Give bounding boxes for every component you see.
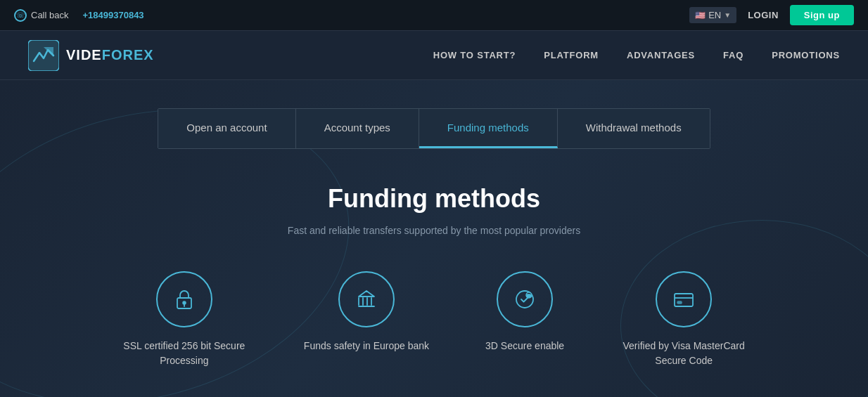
section-title: Funding methods — [14, 184, 854, 214]
svg-rect-0 — [28, 40, 59, 71]
lang-label: EN — [708, 10, 721, 20]
nav-links: HOW TO START? PLATFORM ADVANTAGES FAQ PR… — [433, 50, 840, 60]
logo-icon — [28, 40, 59, 71]
nav-platform[interactable]: PLATFORM — [544, 50, 599, 60]
svg-rect-15 — [675, 294, 693, 306]
nav-how-to-start[interactable]: HOW TO START? — [433, 50, 516, 60]
phone-icon: ☏ — [14, 9, 27, 22]
feature-ssl: SSL certified 256 bit Secure Processing — [121, 271, 248, 368]
bank-icon — [354, 287, 379, 312]
content-area: Funding methods Fast and reliable transf… — [0, 149, 868, 396]
signup-button[interactable]: Sign up — [790, 5, 854, 25]
shield-icon-circle: 3D — [497, 271, 553, 327]
tab-withdrawal-methods[interactable]: Withdrawal methods — [558, 109, 710, 148]
tab-account-types[interactable]: Account types — [296, 109, 419, 148]
top-bar-left: ☏ Call back +18499370843 — [14, 9, 144, 22]
call-back-button[interactable]: ☏ Call back — [14, 9, 68, 22]
nav-faq[interactable]: FAQ — [723, 50, 743, 60]
lock-icon — [172, 287, 197, 312]
tabs: Open an account Account types Funding me… — [158, 108, 710, 149]
tab-open-account[interactable]: Open an account — [158, 109, 295, 148]
section-subtitle: Fast and reliable transfers supported by… — [14, 225, 854, 236]
top-bar: ☏ Call back +18499370843 🇺🇸 EN ▼ LOGIN S… — [0, 0, 868, 31]
phone-number[interactable]: +18499370843 — [82, 10, 143, 20]
logo-forex: FOREX — [102, 47, 154, 63]
funds-safety-label: Funds safety in Europe bank — [304, 339, 429, 353]
credit-card-icon — [671, 287, 696, 312]
flag-icon: 🇺🇸 — [695, 11, 706, 20]
top-bar-right: 🇺🇸 EN ▼ LOGIN Sign up — [689, 5, 854, 25]
language-selector[interactable]: 🇺🇸 EN ▼ — [689, 7, 736, 23]
features-list: SSL certified 256 bit Secure Processing … — [14, 271, 854, 368]
call-back-label: Call back — [31, 10, 68, 20]
ssl-label: SSL certified 256 bit Secure Processing — [121, 339, 248, 368]
svg-marker-11 — [359, 291, 374, 297]
3d-secure-label: 3D Secure enable — [485, 339, 564, 353]
nav-promotions[interactable]: PROMOTIONS — [772, 50, 840, 60]
card-icon-circle — [656, 271, 712, 327]
tabs-container: Open an account Account types Funding me… — [0, 80, 868, 149]
chevron-down-icon: ▼ — [724, 11, 731, 19]
hero-area: Open an account Account types Funding me… — [0, 80, 868, 397]
tab-funding-methods[interactable]: Funding methods — [419, 109, 558, 148]
feature-visa-mc: Verified by Visa MasterCard Secure Code — [620, 271, 747, 368]
feature-3d-secure: 3D 3D Secure enable — [485, 271, 564, 368]
svg-rect-17 — [677, 301, 682, 304]
nav-bar: VIDEFOREX HOW TO START? PLATFORM ADVANTA… — [0, 31, 868, 80]
ssl-icon-circle — [156, 271, 212, 327]
svg-text:3D: 3D — [527, 294, 532, 298]
nav-advantages[interactable]: ADVANTAGES — [627, 50, 695, 60]
login-button[interactable]: LOGIN — [748, 10, 779, 20]
logo-vide: VIDE — [66, 47, 102, 63]
bank-icon-circle — [338, 271, 395, 327]
logo[interactable]: VIDEFOREX — [28, 40, 154, 71]
feature-funds-safety: Funds safety in Europe bank — [304, 271, 429, 368]
shield-check-icon: 3D — [512, 287, 537, 312]
logo-text: VIDEFOREX — [66, 47, 154, 63]
visa-mc-label: Verified by Visa MasterCard Secure Code — [620, 339, 747, 368]
